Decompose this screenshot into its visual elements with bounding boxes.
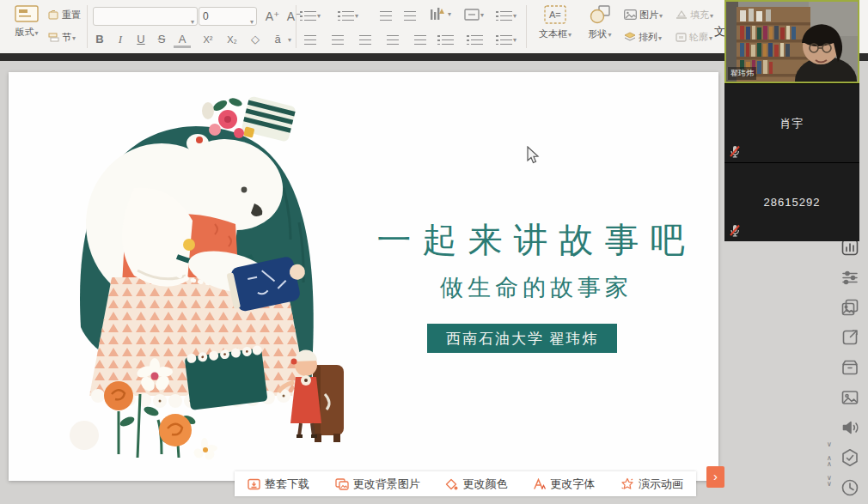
shapes-button[interactable]: 形状▾ [581, 5, 619, 40]
background-image-icon [335, 478, 349, 490]
toolbar-next-button[interactable]: › [706, 466, 724, 488]
reset-icon [48, 10, 59, 20]
picture-icon [624, 9, 637, 20]
layout-icon [9, 5, 45, 24]
strikethrough-button[interactable]: S [153, 31, 170, 48]
superscript-button[interactable]: X² [198, 31, 218, 48]
bold-button[interactable]: B [91, 31, 108, 48]
next-slide-button[interactable]: ∨∨ [823, 475, 835, 487]
slide-title[interactable]: 一起来讲故事吧 [359, 216, 713, 264]
mouse-cursor [526, 146, 540, 165]
download-set-button[interactable]: 整套下载 [248, 477, 309, 492]
color-icon [445, 478, 458, 490]
paragraph-spacing-before-button[interactable] [442, 33, 454, 46]
font-name-select[interactable]: ▾ [93, 7, 198, 26]
fill-icon [675, 9, 688, 20]
arrange-icon [624, 32, 636, 42]
previous-slide-button[interactable]: ∧∧ [823, 455, 835, 467]
template-action-toolbar: 整套下载 更改背景图片 更改颜色 更改字体 演示动画 [235, 471, 696, 496]
numbered-list-button[interactable]: ▾ [342, 9, 358, 21]
storybook-bear-illustration [52, 94, 344, 463]
slide[interactable]: 一起来讲故事吧 做生命的故事家 西南石油大学 翟玮炜 [9, 72, 718, 481]
align-distribute-button[interactable] [414, 33, 426, 46]
section-icon [48, 33, 59, 42]
adjust-icon[interactable] [840, 267, 860, 288]
paragraph-more-button[interactable]: ▾ [500, 33, 517, 46]
fill-button[interactable]: 填充▾ [675, 9, 713, 21]
align-right-button[interactable] [359, 33, 371, 46]
underline-button[interactable]: U [132, 31, 150, 48]
increase-font-button[interactable]: A⁺ [262, 8, 283, 25]
line-spacing-button[interactable]: ▾ [500, 9, 517, 21]
webcam-tile-active-speaker[interactable]: 翟玮炜 [724, 0, 859, 83]
layout-label: 版式 [15, 27, 34, 37]
participant-name: 肖宇 [724, 84, 859, 162]
slide-scroll-navigation: ∨ ∧∧ ∨∨ [823, 441, 835, 495]
text-direction-button[interactable]: ▾ [464, 9, 484, 21]
change-font-button[interactable]: 更改字体 [533, 477, 595, 492]
decrease-indent-button[interactable] [380, 9, 392, 21]
increase-indent-button[interactable] [404, 9, 416, 21]
slide-subtitle[interactable]: 做生命的故事家 [359, 272, 713, 303]
char-spacing-button[interactable]: ā [268, 31, 287, 48]
paragraph-spacing-after-button[interactable] [471, 33, 483, 46]
image-icon[interactable] [840, 387, 860, 408]
outline-icon [675, 33, 687, 42]
reset-button[interactable]: 重置 [48, 9, 81, 21]
svg-text:A=: A= [549, 9, 561, 20]
italic-button[interactable]: I [112, 31, 129, 48]
picture-button[interactable]: 图片▾ [624, 9, 663, 21]
participant-tile[interactable]: 28615292 [724, 162, 859, 241]
section-button[interactable]: 节▾ [48, 31, 76, 44]
participant-name: 28615292 [724, 163, 859, 241]
archive-icon[interactable] [840, 357, 860, 378]
muted-mic-icon [729, 145, 741, 158]
align-left-button[interactable] [304, 33, 316, 46]
history-icon[interactable] [840, 477, 860, 498]
font-icon [533, 478, 546, 490]
gallery-icon[interactable] [840, 297, 860, 318]
font-color-button[interactable]: A [174, 31, 191, 48]
download-icon [248, 478, 260, 490]
textbox-icon: A= [533, 5, 578, 26]
arrange-button[interactable]: 排列▾ [624, 31, 662, 44]
subscript-button[interactable]: X₂ [222, 31, 242, 48]
presentation-animation-button[interactable]: 演示动画 [620, 477, 683, 492]
bullet-list-button[interactable]: ▾ [304, 9, 321, 21]
textbox-button[interactable]: A= 文本框▾ [533, 5, 578, 40]
scroll-down-button[interactable]: ∨ [823, 441, 835, 447]
change-background-button[interactable]: 更改背景图片 [335, 477, 420, 492]
participant-tile[interactable]: 肖宇 [724, 83, 859, 162]
webcam-name-label: 翟玮炜 [728, 67, 756, 80]
video-conference-panel: 翟玮炜 肖宇 28615292 [724, 0, 859, 241]
align-center-button[interactable] [332, 33, 344, 46]
layout-button[interactable]: 版式▾ [9, 5, 45, 39]
muted-mic-icon [729, 224, 741, 237]
clear-format-button[interactable]: ◇ [246, 31, 265, 48]
outline-button[interactable]: 轮廓▾ [675, 31, 712, 44]
align-justify-button[interactable] [387, 33, 399, 46]
change-color-button[interactable]: 更改颜色 [445, 477, 507, 492]
shapes-icon [581, 5, 619, 26]
right-sidebar [837, 237, 863, 504]
share-icon[interactable] [840, 327, 860, 348]
slide-author-box[interactable]: 西南石油大学 翟玮炜 [427, 324, 617, 353]
volume-icon[interactable] [840, 417, 860, 438]
animation-icon [620, 477, 634, 490]
columns-icon [430, 7, 447, 21]
badge-icon[interactable] [840, 447, 860, 468]
font-size-select[interactable]: 0▾ [199, 7, 257, 26]
text-columns-button[interactable]: ▾ [430, 8, 451, 20]
